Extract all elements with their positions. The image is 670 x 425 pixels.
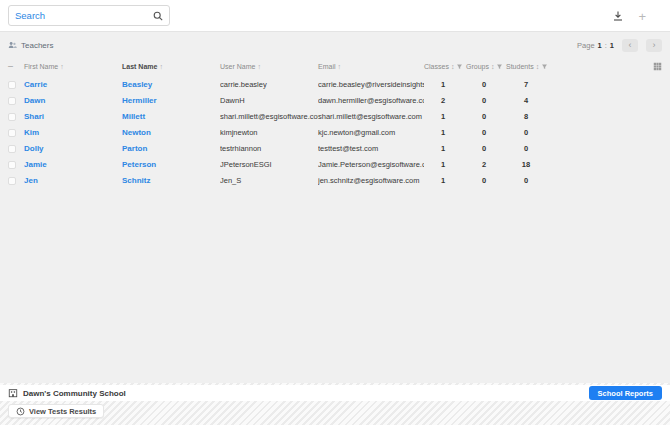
- classes-cell: 1: [424, 80, 466, 89]
- sort-asc-icon: ↑: [257, 63, 261, 70]
- sort-asc-icon: ↑: [338, 63, 342, 70]
- row-checkbox[interactable]: [8, 161, 16, 169]
- clock-icon: [16, 407, 25, 416]
- first-name-link[interactable]: Kim: [24, 128, 122, 137]
- column-header-groups[interactable]: Groups↕: [466, 63, 506, 70]
- first-name-link[interactable]: Shari: [24, 112, 122, 121]
- students-cell: 4: [506, 96, 550, 105]
- school-name: Dawn's Community School: [23, 389, 126, 398]
- pagination: Page 1 : 1 ‹ ›: [577, 39, 662, 52]
- table-row: Jamie Peterson JPetersonESGI Jamie.Peter…: [0, 155, 670, 171]
- school-reports-button[interactable]: School Reports: [589, 386, 662, 400]
- classes-cell: 1: [424, 144, 466, 153]
- search-box[interactable]: [8, 5, 170, 26]
- column-header-user-name[interactable]: User Name↑: [220, 63, 318, 70]
- filter-icon[interactable]: [496, 63, 503, 70]
- view-tests-results-button[interactable]: View Tests Results: [8, 404, 104, 418]
- row-checkbox[interactable]: [8, 177, 16, 185]
- filter-icon[interactable]: [456, 63, 463, 70]
- first-name-link[interactable]: Jen: [24, 176, 122, 185]
- students-cell: 0: [506, 128, 550, 137]
- download-icon[interactable]: [612, 10, 624, 22]
- school-building-icon: [8, 388, 18, 398]
- row-checkbox[interactable]: [8, 81, 16, 89]
- last-name-link[interactable]: Millett: [122, 112, 220, 121]
- first-name-link[interactable]: Dawn: [24, 96, 122, 105]
- column-header-first-name[interactable]: First Name↑: [24, 63, 122, 70]
- sort-asc-icon: ↑: [60, 63, 64, 70]
- view-tests-label: View Tests Results: [29, 407, 96, 416]
- last-name-link[interactable]: Hermiller: [122, 96, 220, 105]
- groups-cell: 0: [466, 112, 506, 121]
- teachers-icon: [8, 41, 17, 49]
- add-icon[interactable]: +: [638, 10, 646, 23]
- email-cell: shari.millett@esgisoftware.com: [318, 112, 424, 121]
- row-checkbox[interactable]: [8, 129, 16, 137]
- sort-both-icon: ↕: [491, 63, 495, 70]
- classes-cell: 1: [424, 112, 466, 121]
- page-label: Page: [577, 41, 595, 50]
- sort-both-icon: ↕: [536, 63, 540, 70]
- user-name-cell: testrhiannon: [220, 144, 318, 153]
- table-body: Carrie Beasley carrie.beasley carrie.bea…: [0, 75, 670, 187]
- column-header-classes[interactable]: Classes↕: [424, 63, 466, 70]
- last-name-link[interactable]: Parton: [122, 144, 220, 153]
- table-header: – First Name↑ Last Name↑ User Name↑ Emai…: [0, 58, 670, 74]
- search-icon[interactable]: [153, 11, 163, 21]
- user-name-cell: kimjnewton: [220, 128, 318, 137]
- row-checkbox[interactable]: [8, 97, 16, 105]
- table-row: Kim Newton kimjnewton kjc.newton@gmail.c…: [0, 123, 670, 139]
- first-name-link[interactable]: Dolly: [24, 144, 122, 153]
- groups-cell: 0: [466, 144, 506, 153]
- filter-icon[interactable]: [541, 63, 548, 70]
- select-all-checkbox[interactable]: –: [8, 62, 24, 70]
- user-name-cell: DawnH: [220, 96, 318, 105]
- column-header-students[interactable]: Students↕: [506, 63, 550, 70]
- last-name-link[interactable]: Beasley: [122, 80, 220, 89]
- prev-page-button[interactable]: ‹: [622, 39, 638, 52]
- groups-cell: 0: [466, 176, 506, 185]
- user-name-cell: carrie.beasley: [220, 80, 318, 89]
- first-name-link[interactable]: Jamie: [24, 160, 122, 169]
- last-name-link[interactable]: Peterson: [122, 160, 220, 169]
- students-cell: 8: [506, 112, 550, 121]
- email-cell: kjc.newton@gmail.com: [318, 128, 424, 137]
- user-name-cell: Jen_S: [220, 176, 318, 185]
- last-name-link[interactable]: Schnitz: [122, 176, 220, 185]
- first-name-link[interactable]: Carrie: [24, 80, 122, 89]
- page-total: 1: [610, 41, 614, 50]
- footer: Dawn's Community School School Reports V…: [0, 383, 670, 425]
- classes-cell: 1: [424, 176, 466, 185]
- email-cell: jen.schnitz@esgisoftware.com: [318, 176, 424, 185]
- app-window: + Teachers Page 1 : 1 ‹ › – First Name↑: [0, 0, 670, 425]
- students-cell: 0: [506, 176, 550, 185]
- classes-cell: 1: [424, 128, 466, 137]
- column-settings-icon[interactable]: [640, 62, 662, 71]
- sort-asc-icon: ↑: [159, 63, 163, 70]
- students-cell: 0: [506, 144, 550, 153]
- column-header-email[interactable]: Email↑: [318, 63, 424, 70]
- table-row: Jen Schnitz Jen_S jen.schnitz@esgisoftwa…: [0, 171, 670, 187]
- groups-cell: 0: [466, 80, 506, 89]
- row-checkbox[interactable]: [8, 145, 16, 153]
- school-bar: Dawn's Community School School Reports: [0, 385, 670, 401]
- table-row: Dolly Parton testrhiannon testtest@test.…: [0, 139, 670, 155]
- topbar-actions: +: [612, 0, 646, 32]
- next-page-button[interactable]: ›: [646, 39, 662, 52]
- students-cell: 18: [506, 160, 550, 169]
- table-row: Carrie Beasley carrie.beasley carrie.bea…: [0, 75, 670, 91]
- section-title: Teachers: [21, 41, 53, 50]
- section-toolbar: Teachers Page 1 : 1 ‹ ›: [0, 36, 670, 54]
- classes-cell: 2: [424, 96, 466, 105]
- column-header-last-name[interactable]: Last Name↑: [122, 63, 220, 70]
- page-current: 1: [598, 41, 602, 50]
- user-name-cell: shari.millett@esgisoftware.com: [220, 112, 318, 121]
- table-row: Shari Millett shari.millett@esgisoftware…: [0, 107, 670, 123]
- last-name-link[interactable]: Newton: [122, 128, 220, 137]
- search-input[interactable]: [9, 10, 153, 21]
- email-cell: carrie.beasley@riversideinsights.c...: [318, 80, 424, 89]
- classes-cell: 1: [424, 160, 466, 169]
- row-checkbox[interactable]: [8, 113, 16, 121]
- email-cell: testtest@test.com: [318, 144, 424, 153]
- page-separator: :: [605, 41, 607, 50]
